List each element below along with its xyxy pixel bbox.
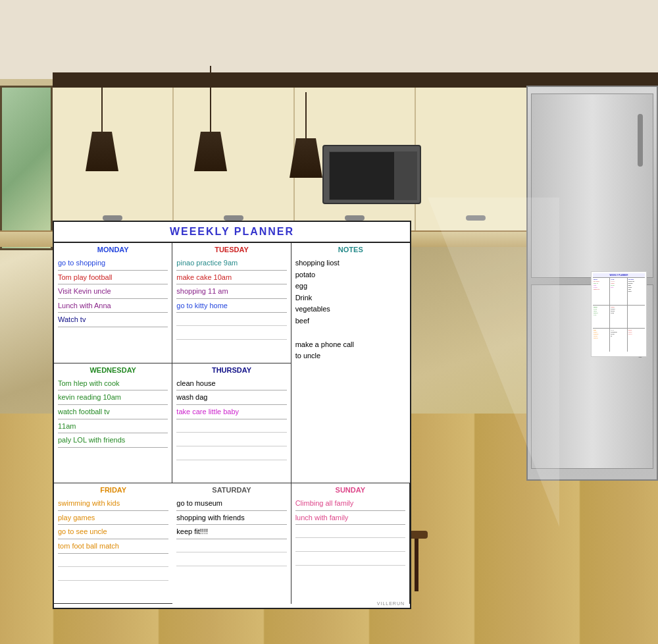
tuesday-empty-1 (176, 314, 286, 326)
wednesday-item-5: paly LOL with friends (58, 435, 168, 448)
wednesday-item-4: 11am (58, 421, 168, 434)
monday-item-4: Lunch with Anna (58, 300, 168, 313)
thursday-item-3: take care little baby (176, 406, 286, 419)
sunday-item-1: Climbing all family (295, 498, 405, 511)
notes-item-3: egg (295, 281, 406, 292)
friday-item-4: tom foot ball match (58, 541, 168, 554)
thursday-empty-1 (176, 421, 286, 433)
friday-empty-2 (58, 569, 168, 581)
saturday-empty-1 (176, 541, 286, 552)
microwave-panel (394, 151, 417, 200)
notes-item-6: beef (295, 315, 406, 327)
pendant-light-1 (86, 79, 118, 171)
cabinet-2 (174, 88, 295, 230)
friday-header: FRIDAY (58, 486, 168, 495)
wednesday-item-1: Tom hlep with cook (58, 378, 168, 391)
wednesday-item-2: kevin reading 10am (58, 392, 168, 405)
tuesday-item-4: go to kitty home (176, 300, 286, 313)
notes-item-1: shopping liost (295, 257, 406, 269)
saturday-item-3: keep fit!!!! (176, 526, 286, 539)
fridge-handle-top (638, 114, 643, 167)
fridge-planner-magnet: WEEKLY PLANNER MON go shop play ft visit… (591, 271, 647, 357)
tuesday-item-2: make cake 10am (176, 272, 286, 285)
kitchen-window (0, 86, 53, 250)
notes-header: NOTES (295, 246, 406, 255)
sunday-cell: SUNDAY Climbing all family lunch with fa… (291, 483, 410, 604)
cabinet-top-bar (53, 72, 658, 86)
planner-grid: MONDAY go to shopping Tom play football … (54, 243, 410, 604)
wednesday-item-3: watch football tv (58, 406, 168, 419)
monday-item-1: go to shopping (58, 257, 168, 271)
notes-item-8: to uncle (295, 350, 406, 362)
saturday-cell: SATURDAY go to museum shopping with frie… (172, 483, 291, 604)
monday-item-2: Tom play football (58, 272, 168, 285)
microwave-screen (329, 151, 395, 200)
pendant-light-2 (194, 66, 227, 171)
sunday-empty-3 (295, 554, 405, 566)
notes-item-2: potato (295, 269, 406, 281)
saturday-empty-2 (176, 554, 286, 566)
monday-item-3: Visit Kevin uncle (58, 286, 168, 299)
cabinet-handle-2 (224, 215, 243, 221)
friday-cell: FRIDAY swimming with kids play games go … (54, 483, 172, 604)
thursday-item-2: wash dag (176, 392, 286, 405)
notes-item-7: make a phone call (295, 339, 406, 351)
tuesday-empty-2 (176, 328, 286, 340)
sunday-header: SUNDAY (295, 486, 405, 495)
stool-leg-2 (415, 539, 418, 591)
cabinet-handle-3 (345, 215, 365, 221)
brand-label: VILLERUN (377, 601, 405, 606)
planner-title: WEEEKLY PLANNER (54, 222, 410, 243)
microwave (322, 145, 421, 204)
light-beam (428, 198, 559, 527)
monday-cell: MONDAY go to shopping Tom play football … (54, 243, 172, 363)
tuesday-cell: TUESDAY pinao practice 9am make cake 10a… (172, 243, 291, 363)
friday-item-2: play games (58, 512, 168, 525)
thursday-empty-3 (176, 448, 286, 460)
thursday-cell: THURSDAY clean house wash dag take care … (172, 363, 291, 483)
thursday-item-1: clean house (176, 378, 286, 391)
tuesday-item-3: shopping 11 am (176, 286, 286, 299)
friday-item-3: go to see uncle (58, 526, 168, 539)
pendant-light-3 (290, 92, 322, 178)
thursday-empty-2 (176, 435, 286, 446)
friday-item-1: swimming with kids (58, 498, 168, 511)
weekly-planner: WEEEKLY PLANNER MONDAY go to shopping To… (53, 221, 411, 609)
monday-item-5: Watch tv (58, 314, 168, 327)
kitchen-ceiling (0, 0, 658, 79)
sunday-item-2: lunch with family (295, 512, 405, 525)
saturday-item-2: shopping with friends (176, 512, 286, 525)
thursday-header: THURSDAY (176, 366, 286, 375)
sunday-empty-1 (295, 526, 405, 538)
notes-cell: NOTES shopping liost potato egg Drink ve… (291, 243, 410, 483)
saturday-header: SATURDAY (176, 486, 286, 495)
cabinet-handle-1 (103, 215, 122, 221)
monday-header: MONDAY (58, 246, 168, 255)
friday-empty-1 (58, 555, 168, 567)
wednesday-header: WEDNESDAY (58, 366, 168, 375)
saturday-item-1: go to museum (176, 498, 286, 511)
tuesday-item-1: pinao practice 9am (176, 257, 286, 271)
wednesday-cell: WEDNESDAY Tom hlep with cook kevin readi… (54, 363, 172, 483)
notes-item-4: Drink (295, 292, 406, 304)
sunday-empty-2 (295, 540, 405, 552)
tuesday-header: TUESDAY (176, 246, 286, 255)
notes-item-5: vegetables (295, 304, 406, 315)
